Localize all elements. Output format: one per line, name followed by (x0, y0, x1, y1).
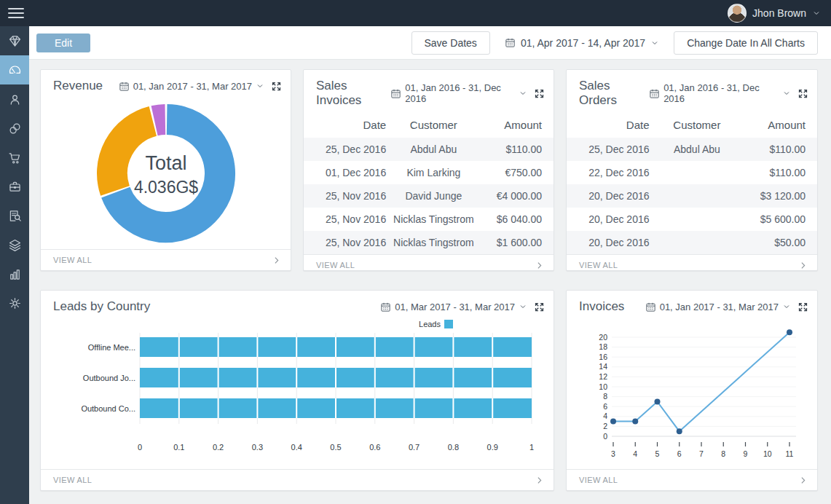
table-cell: 25, Dec 2016 (304, 138, 386, 161)
card-title: Leads by Country (53, 299, 150, 314)
table-cell: Abdul Abu (650, 138, 745, 161)
invoices-line-chart: 0246810121416182034567891011 (567, 318, 817, 469)
svg-text:Outbound Co...: Outbound Co... (81, 404, 135, 413)
user-menu[interactable]: Jhon Brown (728, 4, 821, 23)
sidebar-item-contacts[interactable] (0, 84, 29, 114)
main-area: Edit Save Dates 01, Apr 2017 - 14, Apr 2… (29, 26, 831, 504)
legend-label: Leads (419, 320, 441, 328)
save-dates-button[interactable]: Save Dates (411, 31, 490, 55)
svg-text:Total: Total (145, 152, 186, 174)
view-all-link[interactable]: VIEW ALL (567, 469, 817, 490)
svg-text:11: 11 (785, 449, 793, 458)
sidebar (0, 26, 29, 504)
leads-date-picker[interactable]: 01, Mar 2017 - 31, Mar 2017 (380, 302, 527, 312)
svg-text:9: 9 (743, 449, 747, 458)
table-row[interactable]: 20, Dec 2016$3 120.00 (567, 184, 817, 208)
card-leads-by-country: Leads by Country 01, Mar 2017 - 31, Mar … (40, 290, 554, 491)
card-invoices: Invoices 01, Jan 2017 - 31, Mar 2017 024… (566, 290, 818, 491)
date-range-label: 01, Jan 2017 - 31, Mar 2017 (660, 302, 779, 312)
view-all-label: VIEW ALL (316, 261, 355, 269)
chevron-down-icon (519, 302, 527, 311)
expand-icon[interactable] (271, 81, 282, 92)
table-cell: Nicklas Tingstrom (386, 208, 481, 231)
view-all-link[interactable]: VIEW ALL (304, 254, 554, 271)
revenue-date-picker[interactable]: 01, Jan 2017 - 31, Mar 2017 (119, 81, 264, 92)
chevron-down-icon (519, 89, 527, 98)
menu-icon[interactable] (7, 5, 25, 21)
table-row[interactable]: 20, Dec 2016$50.00 (567, 231, 817, 254)
edit-button[interactable]: Edit (36, 34, 90, 52)
table-cell: €750.00 (481, 161, 554, 184)
settings-gear-icon (7, 296, 23, 311)
global-date-picker[interactable]: 01, Apr 2017 - 14, Apr 2017 (502, 37, 662, 49)
table-cell: 25, Nov 2016 (304, 184, 386, 208)
card-revenue: Revenue 01, Jan 2017 - 31, Mar 2017 Tota… (40, 69, 291, 271)
table-cell: Nicklas Tingstrom (386, 231, 481, 254)
sidebar-item-briefcase[interactable] (0, 172, 29, 201)
expand-icon[interactable] (797, 302, 808, 312)
table-row[interactable]: 25, Dec 2016Abdul Abu$110.00 (567, 138, 817, 161)
expand-icon[interactable] (534, 302, 545, 312)
svg-text:7: 7 (699, 449, 704, 458)
layers-icon (7, 237, 23, 253)
chevron-down-icon (256, 82, 264, 90)
sidebar-item-diamond[interactable] (0, 26, 29, 55)
column-header-date: Date (567, 112, 650, 138)
table-row[interactable]: 01, Dec 2016Kim Larking€750.00 (304, 161, 554, 184)
table-cell: $3 120.00 (744, 184, 817, 208)
svg-text:0.5: 0.5 (330, 443, 341, 452)
table-row[interactable]: 25, Dec 2016Abdul Abu$110.00 (304, 138, 554, 161)
table-cell: $110.00 (744, 138, 817, 161)
sales-orders-date-picker[interactable]: 01, Jan 2016 - 31, Dec 2016 (649, 82, 791, 104)
svg-text:20: 20 (599, 332, 607, 341)
sidebar-item-cart[interactable] (0, 143, 29, 172)
table-cell: Kim Larking (386, 161, 481, 184)
sidebar-item-layers[interactable] (0, 230, 29, 259)
view-all-link[interactable]: VIEW ALL (567, 254, 817, 271)
contacts-icon (7, 92, 23, 107)
sidebar-item-bar-chart[interactable] (0, 259, 29, 288)
bar-chart-icon (7, 267, 23, 282)
view-all-link[interactable]: VIEW ALL (41, 249, 291, 270)
sidebar-item-settings-gear[interactable] (0, 288, 29, 318)
svg-text:3: 3 (611, 449, 615, 458)
table-row[interactable]: 22, Dec 2016$110.00 (567, 161, 817, 184)
table-row[interactable]: 20, Dec 2016$5 600.00 (567, 208, 817, 231)
chevron-down-icon (782, 89, 791, 98)
svg-text:0.4: 0.4 (291, 443, 302, 452)
table-cell: $110.00 (481, 138, 554, 161)
column-header-customer: Customer (650, 112, 745, 138)
table-row[interactable]: 25, Nov 2016Nicklas Tingstrom$6 040.00 (304, 208, 554, 231)
date-range-label: 01, Mar 2017 - 31, Mar 2017 (395, 302, 515, 312)
view-all-link[interactable]: VIEW ALL (41, 469, 554, 490)
svg-text:16: 16 (599, 352, 607, 361)
table-cell: 25, Dec 2016 (567, 138, 650, 161)
view-all-label: VIEW ALL (53, 256, 92, 264)
table-row[interactable]: 25, Nov 2016David Junge€4 000.00 (304, 184, 554, 208)
date-range-label: 01, Jan 2016 - 31, Dec 2016 (405, 82, 515, 104)
table-cell: David Junge (386, 184, 481, 208)
expand-icon[interactable] (797, 88, 808, 99)
svg-text:5: 5 (655, 449, 659, 458)
svg-text:4: 4 (603, 412, 607, 420)
expand-icon[interactable] (534, 88, 545, 99)
svg-text:2: 2 (603, 421, 607, 430)
view-all-label: VIEW ALL (579, 261, 618, 269)
table-row[interactable]: 25, Nov 2016Nicklas Tingstrom$1 600.00 (304, 231, 554, 254)
chevron-right-icon (272, 256, 281, 265)
sidebar-item-invoice-search[interactable] (0, 201, 29, 230)
svg-text:12: 12 (599, 371, 607, 380)
table-cell (650, 161, 745, 184)
chevron-right-icon (798, 261, 808, 270)
change-date-all-charts-button[interactable]: Change Date In All Charts (674, 31, 818, 55)
link-icon (7, 121, 23, 136)
svg-text:0.7: 0.7 (409, 443, 420, 452)
invoices-date-picker[interactable]: 01, Jan 2017 - 31, Mar 2017 (645, 302, 791, 312)
legend-swatch (444, 320, 453, 328)
diamond-icon (7, 34, 23, 49)
table-cell: $50.00 (744, 231, 817, 254)
sidebar-item-dashboard-gauge[interactable] (0, 55, 29, 84)
sales-invoices-date-picker[interactable]: 01, Jan 2016 - 31, Dec 2016 (390, 82, 527, 104)
sidebar-item-link[interactable] (0, 114, 29, 143)
table-cell (650, 184, 745, 208)
